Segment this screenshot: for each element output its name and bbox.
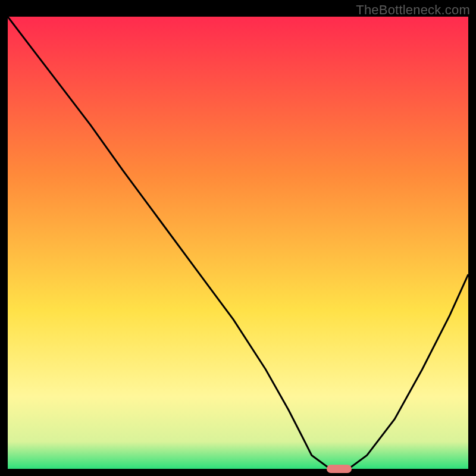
plot-area xyxy=(8,17,468,469)
watermark-text: TheBottleneck.com xyxy=(356,2,470,18)
optimal-marker xyxy=(327,465,352,473)
gradient-background xyxy=(8,17,468,469)
chart-frame: TheBottleneck.com xyxy=(0,0,476,476)
plot-svg xyxy=(8,17,468,469)
